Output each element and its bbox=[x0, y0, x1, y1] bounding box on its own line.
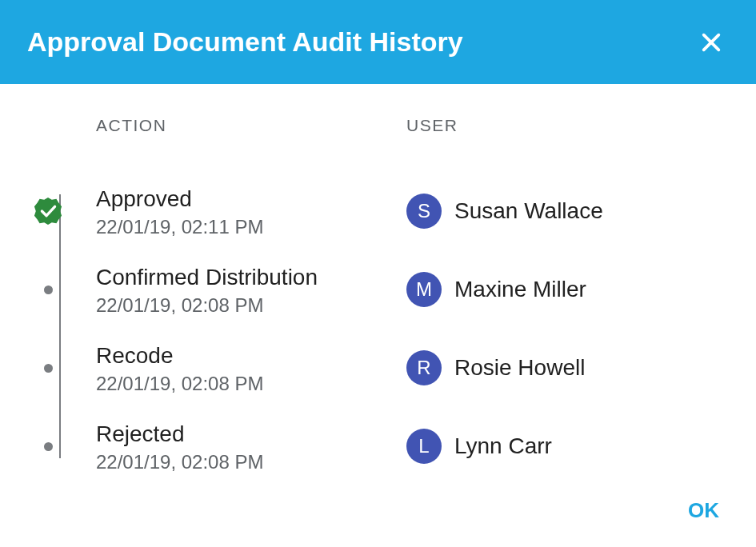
user-cell: R Rosie Howell bbox=[406, 350, 756, 385]
avatar: M bbox=[406, 272, 442, 307]
timeline-marker bbox=[0, 285, 96, 294]
close-icon bbox=[700, 31, 722, 54]
action-cell: Approved 22/01/19, 02:11 PM bbox=[96, 185, 406, 238]
table-row: Rejected 22/01/19, 02:08 PM L Lynn Carr bbox=[0, 407, 756, 485]
action-cell: Recode 22/01/19, 02:08 PM bbox=[96, 341, 406, 395]
action-cell: Confirmed Distribution 22/01/19, 02:08 P… bbox=[96, 263, 406, 317]
timeline-dot-icon bbox=[44, 442, 53, 451]
timeline-marker bbox=[0, 364, 96, 373]
dialog-footer: OK bbox=[678, 492, 729, 529]
dialog-title: Approval Document Audit History bbox=[27, 26, 463, 58]
table-row: Recode 22/01/19, 02:08 PM R Rosie Howell bbox=[0, 329, 756, 407]
avatar: L bbox=[406, 429, 442, 464]
dialog-content: ACTION USER Approved 22/01/19, 02:11 PM … bbox=[0, 84, 756, 485]
action-timestamp: 22/01/19, 02:08 PM bbox=[96, 451, 406, 473]
table-row: Confirmed Distribution 22/01/19, 02:08 P… bbox=[0, 250, 756, 329]
close-button[interactable] bbox=[694, 25, 729, 60]
avatar: S bbox=[406, 194, 442, 229]
user-cell: M Maxine Miller bbox=[406, 272, 756, 307]
timeline-dot-icon bbox=[44, 364, 53, 373]
user-name: Maxine Miller bbox=[454, 277, 586, 302]
action-label: Recode bbox=[96, 341, 406, 369]
timeline-marker bbox=[0, 442, 96, 451]
user-name: Rosie Howell bbox=[454, 355, 585, 381]
action-column-header: ACTION bbox=[0, 116, 406, 135]
timeline-marker bbox=[0, 196, 96, 226]
action-cell: Rejected 22/01/19, 02:08 PM bbox=[96, 420, 406, 473]
audit-rows: Approved 22/01/19, 02:11 PM S Susan Wall… bbox=[0, 172, 756, 485]
approved-badge-icon bbox=[33, 196, 63, 226]
action-timestamp: 22/01/19, 02:08 PM bbox=[96, 294, 406, 317]
action-timestamp: 22/01/19, 02:08 PM bbox=[96, 373, 406, 395]
action-label: Rejected bbox=[96, 420, 406, 448]
ok-button[interactable]: OK bbox=[678, 492, 729, 529]
action-label: Approved bbox=[96, 185, 406, 213]
user-name: Susan Wallace bbox=[454, 198, 603, 224]
svg-marker-2 bbox=[34, 198, 62, 225]
table-row: Approved 22/01/19, 02:11 PM S Susan Wall… bbox=[0, 172, 756, 250]
avatar: R bbox=[406, 350, 442, 385]
timeline-dot-icon bbox=[44, 285, 53, 294]
dialog-header: Approval Document Audit History bbox=[0, 0, 756, 84]
user-cell: S Susan Wallace bbox=[406, 194, 756, 229]
action-timestamp: 22/01/19, 02:11 PM bbox=[96, 216, 406, 238]
action-label: Confirmed Distribution bbox=[96, 263, 406, 291]
user-column-header: USER bbox=[406, 116, 756, 135]
user-cell: L Lynn Carr bbox=[406, 429, 756, 464]
column-headers: ACTION USER bbox=[0, 116, 756, 135]
user-name: Lynn Carr bbox=[454, 433, 552, 459]
